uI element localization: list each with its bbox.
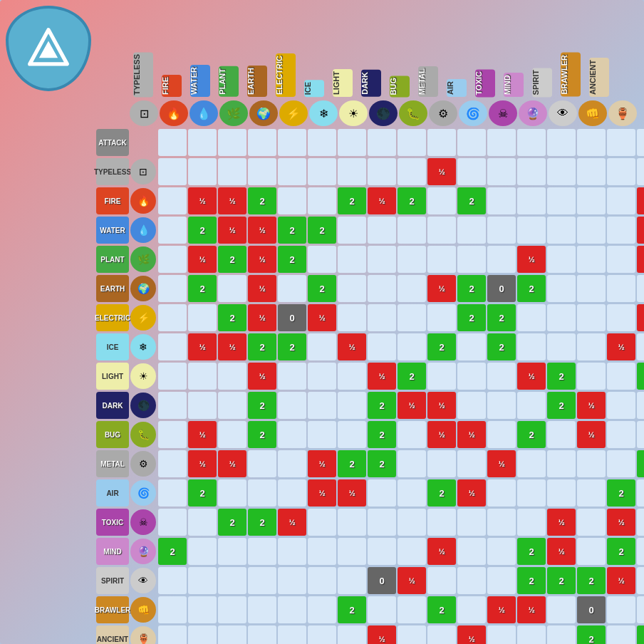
cell-r3-c3: ½ (248, 217, 276, 244)
cell-r16-c5 (308, 596, 336, 623)
cell-r13-c2: 2 (218, 509, 246, 536)
row-icon-electric: ⚡ (130, 305, 156, 331)
cell-r4-c6 (338, 246, 366, 273)
cell-r6-c2: 2 (218, 304, 246, 331)
cell-r0-c0 (158, 129, 187, 156)
cell-r10-c0 (158, 421, 187, 448)
cell-r3-c12 (517, 217, 546, 244)
cell-r6-c0 (158, 304, 187, 331)
cell-r7-c3: 2 (248, 333, 276, 360)
cell-r5-c7 (368, 275, 396, 302)
cell-r14-c13: ½ (547, 538, 576, 565)
cell-r16-c9: 2 (427, 596, 456, 623)
cell-r13-c11 (487, 509, 516, 536)
cell-r10-c5 (308, 421, 336, 448)
chart-wrapper: TYPELESSFIREWATERPLANTEARTHELECTRICICELI… (96, 6, 638, 638)
cell-r9-c0 (158, 392, 187, 419)
cell-r13-c12 (517, 509, 546, 536)
cell-r0-c16 (637, 129, 644, 156)
cell-r5-c2 (218, 275, 246, 302)
cell-r5-c1: 2 (188, 275, 217, 302)
row-icon-light: ☀ (130, 363, 156, 389)
cell-r16-c2 (218, 596, 246, 623)
cell-r2-c9 (427, 187, 456, 214)
cell-r1-c3 (248, 158, 276, 185)
cell-r7-c16 (637, 333, 644, 360)
cell-r8-c13: 2 (547, 363, 576, 390)
col-label-fire: FIRE (157, 6, 186, 98)
cell-r4-c4: 2 (278, 246, 306, 273)
cell-r3-c2: ½ (218, 217, 246, 244)
cell-r15-c8: ½ (398, 567, 426, 594)
cell-r7-c13 (547, 333, 576, 360)
cell-r9-c1 (188, 392, 217, 419)
col-icon-mind: 🔮 (519, 100, 547, 126)
cell-r12-c8 (398, 479, 426, 507)
col-label-typeless: TYPELESS (129, 6, 157, 98)
cell-r14-c1 (188, 538, 217, 565)
cell-r14-c15: 2 (607, 538, 635, 565)
cell-r5-c3: ½ (248, 275, 276, 302)
cell-r4-c14 (577, 246, 606, 273)
cell-r10-c7: 2 (368, 421, 396, 448)
cell-r11-c11: ½ (487, 450, 516, 477)
cell-r0-c14 (577, 129, 606, 156)
cell-r8-c7: ½ (368, 363, 396, 390)
grid-row-12: AIR🌀2½½2½2 (96, 479, 638, 507)
cell-r1-c12 (517, 158, 546, 185)
cell-r15-c15: ½ (607, 567, 635, 594)
cell-r12-c15: 2 (607, 479, 635, 507)
cell-r2-c3: 2 (248, 187, 276, 214)
row-icon-mind: 🔮 (130, 539, 156, 564)
cell-r7-c5 (308, 333, 336, 360)
cell-r9-c3: 2 (248, 392, 276, 419)
cell-r17-c5 (308, 625, 336, 644)
cell-r10-c4 (278, 421, 306, 448)
row-icon-ancient: 🏺 (130, 626, 156, 644)
cell-r17-c1 (188, 625, 217, 644)
row-icon-toxic: ☠ (130, 509, 156, 535)
cell-r17-c4 (278, 625, 306, 644)
grid-row-9: DARK🌑22½½2½ (96, 391, 638, 420)
cell-r6-c7 (368, 304, 396, 331)
col-label-dark: DARK (357, 6, 385, 98)
cell-r4-c11 (487, 246, 516, 273)
cell-r10-c3: 2 (248, 421, 276, 448)
cell-r8-c12: ½ (517, 363, 546, 390)
cell-r3-c7 (368, 217, 396, 244)
cell-r13-c15: ½ (607, 509, 635, 536)
cell-r5-c0 (158, 275, 187, 302)
col-icon-spirit: 👁 (549, 100, 577, 126)
cell-r11-c12 (517, 450, 546, 477)
cell-r2-c2: ½ (218, 187, 246, 214)
col-label-light: LIGHT (328, 6, 357, 98)
cell-r3-c0 (158, 217, 187, 244)
grid-row-13: TOXIC☠22½½½ (96, 508, 638, 536)
cell-r16-c3 (248, 596, 276, 623)
cell-r6-c8 (398, 304, 426, 331)
cell-r15-c1 (188, 567, 217, 594)
cell-r0-c15 (607, 129, 635, 156)
row-label-1: TYPELESS (96, 158, 129, 185)
cell-r11-c9 (427, 450, 456, 477)
logo (6, 6, 91, 91)
cell-r15-c16 (637, 567, 644, 594)
cell-r0-c9 (427, 129, 456, 156)
cell-r16-c8 (398, 596, 426, 623)
cell-r10-c2 (218, 421, 246, 448)
cell-r2-c8: 2 (398, 187, 426, 214)
cell-r16-c10 (457, 596, 486, 623)
grid-row-8: LIGHT☀½½2½22 (96, 362, 638, 390)
cell-r1-c14 (577, 158, 606, 185)
cell-r8-c6 (338, 363, 366, 390)
cell-r4-c10 (457, 246, 486, 273)
cell-r10-c15 (607, 421, 635, 448)
cell-r0-c1 (188, 129, 217, 156)
grid-row-11: METAL⚙½½½22½2 (96, 450, 638, 478)
cell-r2-c10: 2 (457, 187, 486, 214)
cell-r2-c0 (158, 187, 187, 214)
cell-r17-c16: 2 (637, 625, 644, 644)
grid-row-6: ELECTRIC⚡2½0½22½ (96, 303, 638, 332)
cell-r2-c13 (547, 187, 576, 214)
grid-row-3: WATER💧2½½22½ (96, 216, 638, 244)
